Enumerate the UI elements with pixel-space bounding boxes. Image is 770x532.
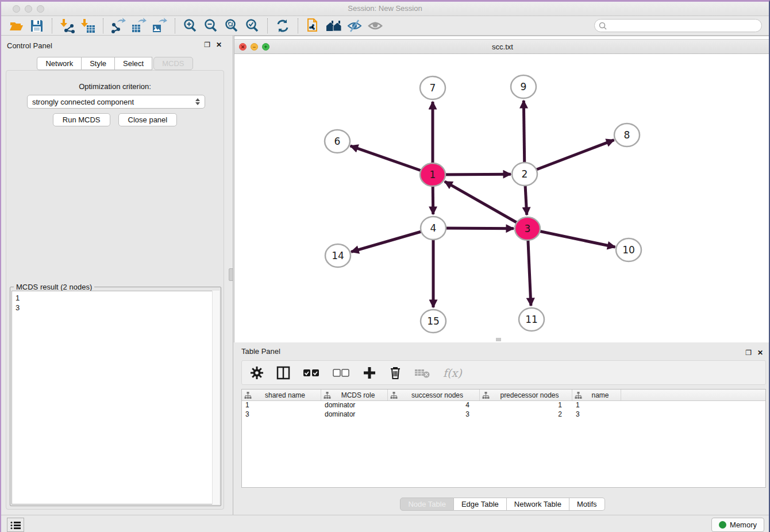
toolbar-separator <box>267 18 268 33</box>
toolbar-separator <box>52 18 52 33</box>
select-all-icon[interactable] <box>303 364 320 381</box>
graph-node-7[interactable]: 7 <box>420 76 445 99</box>
column-header-predecessor-nodes[interactable]: predecessor nodes <box>480 390 572 400</box>
column-header-MCDS-role[interactable]: MCDS role <box>321 390 388 400</box>
graph-node-2[interactable]: 2 <box>512 163 537 186</box>
save-icon[interactable] <box>26 17 47 34</box>
hide-eye-icon[interactable] <box>344 17 365 34</box>
memory-button[interactable]: Memory <box>711 518 764 532</box>
canvas-splitter-handle[interactable] <box>496 338 501 341</box>
split-panel-icon[interactable] <box>276 364 290 381</box>
table-cell[interactable]: 1 <box>572 401 621 410</box>
export-network-icon[interactable] <box>108 17 129 34</box>
delete-column-icon[interactable] <box>389 364 402 381</box>
table-cell[interactable]: 3 <box>572 410 621 419</box>
deselect-all-icon[interactable] <box>333 364 350 381</box>
zoom-fit-icon[interactable] <box>221 17 242 34</box>
run-mcds-button[interactable]: Run MCDS <box>53 113 110 126</box>
float-panel-icon[interactable]: ❐ <box>204 41 210 49</box>
zoom-out-icon[interactable] <box>201 17 221 34</box>
column-type-icon <box>390 392 398 399</box>
splitter-handle[interactable] <box>229 268 233 281</box>
graph-node-1[interactable]: 1 <box>420 163 445 186</box>
table-cell[interactable]: 4 <box>388 401 480 410</box>
table-cell[interactable]: 3 <box>388 410 480 419</box>
close-panel-icon[interactable]: ✕ <box>216 41 222 49</box>
column-header-shared-name[interactable]: shared name <box>242 390 321 400</box>
graph-node-9[interactable]: 9 <box>511 75 536 98</box>
close-table-panel-icon[interactable]: ✕ <box>757 349 763 357</box>
network-document-icon[interactable] <box>303 17 324 34</box>
graph-node-15[interactable]: 15 <box>421 310 446 333</box>
mcds-result-title: MCDS result (2 nodes) <box>14 283 94 291</box>
svg-text:3: 3 <box>525 223 531 234</box>
svg-text:9: 9 <box>521 81 527 92</box>
mcds-result-text[interactable]: 1 3 <box>11 291 220 504</box>
control-panel-title: Control Panel <box>7 41 52 50</box>
table-panel-title: Table Panel <box>241 347 280 356</box>
application-window: Session: New Session <box>0 0 770 532</box>
graph-edge-3-10[interactable] <box>528 229 615 247</box>
column-type-icon <box>482 392 490 399</box>
table-row[interactable]: 1dominator411 <box>242 401 765 410</box>
column-type-icon <box>324 392 331 399</box>
zoom-selected-icon[interactable] <box>242 17 263 34</box>
tab-motifs[interactable]: Motifs <box>569 498 605 511</box>
graph-node-8[interactable]: 8 <box>614 124 640 147</box>
tab-mcds[interactable]: MCDS <box>153 57 192 70</box>
task-history-button[interactable] <box>7 518 24 532</box>
tab-edge-table[interactable]: Edge Table <box>454 498 507 511</box>
network-canvas[interactable]: 7968124314101511 <box>234 55 770 342</box>
optimization-criterion-label: Optimization criterion: <box>6 82 224 91</box>
search-input[interactable] <box>607 21 761 31</box>
refresh-layout-icon[interactable] <box>272 17 293 34</box>
result-scrollbar[interactable] <box>212 291 220 504</box>
table-cell[interactable]: 1 <box>480 401 572 410</box>
toolbar-separator <box>103 18 103 33</box>
table-cell[interactable]: dominator <box>321 410 388 419</box>
table-cell[interactable]: 1 <box>242 401 321 410</box>
search-icon <box>598 21 607 30</box>
graph-node-14[interactable]: 14 <box>325 244 351 267</box>
close-panel-button[interactable]: Close panel <box>118 113 178 126</box>
graph-node-10[interactable]: 10 <box>616 238 641 261</box>
graph-node-6[interactable]: 6 <box>325 130 350 153</box>
graph-node-11[interactable]: 11 <box>519 308 544 331</box>
window-title: Session: New Session <box>1 4 769 13</box>
import-table-icon[interactable] <box>78 17 98 34</box>
graph-edge-3-1[interactable] <box>445 182 528 229</box>
column-header-successor-nodes[interactable]: successor nodes <box>388 390 480 400</box>
table-row[interactable]: 3dominator323 <box>242 410 765 419</box>
graph-edge-2-8[interactable] <box>525 140 614 174</box>
optimization-criterion-select[interactable]: strongly connected component <box>27 95 205 109</box>
import-network-icon[interactable] <box>57 17 78 34</box>
table-cell[interactable]: 2 <box>480 410 572 419</box>
table-cell[interactable]: 3 <box>242 410 321 419</box>
tab-select[interactable]: Select <box>115 57 152 70</box>
zoom-in-icon[interactable] <box>180 17 201 34</box>
svg-text:15: 15 <box>427 315 440 327</box>
show-eye-icon[interactable] <box>365 17 386 34</box>
graph-node-3[interactable]: 3 <box>515 217 540 240</box>
gear-icon[interactable] <box>250 364 264 381</box>
table-cell[interactable]: dominator <box>321 401 388 410</box>
tab-network[interactable]: Network <box>37 57 82 70</box>
control-panel: Control Panel ❐ ✕ NetworkStyleSelectMCDS… <box>1 36 229 515</box>
float-table-panel-icon[interactable]: ❐ <box>745 349 752 357</box>
column-header-name[interactable]: name <box>572 390 621 400</box>
tab-node-table[interactable]: Node Table <box>400 498 454 511</box>
table-body: 1dominator4113dominator323 <box>242 401 765 419</box>
tab-network-table[interactable]: Network Table <box>507 498 569 511</box>
open-folder-icon[interactable] <box>6 17 26 34</box>
home-networks-icon[interactable] <box>324 17 344 34</box>
export-table-icon[interactable] <box>129 17 149 34</box>
export-image-icon[interactable] <box>149 17 170 34</box>
search-box <box>594 19 762 32</box>
add-column-icon[interactable] <box>363 364 376 381</box>
main-area: Control Panel ❐ ✕ NetworkStyleSelectMCDS… <box>1 36 769 515</box>
svg-text:4: 4 <box>430 222 437 234</box>
window-titlebar: Session: New Session <box>1 2 769 16</box>
svg-text:10: 10 <box>622 244 635 256</box>
tab-style[interactable]: Style <box>82 57 115 70</box>
graph-node-4[interactable]: 4 <box>421 217 446 240</box>
